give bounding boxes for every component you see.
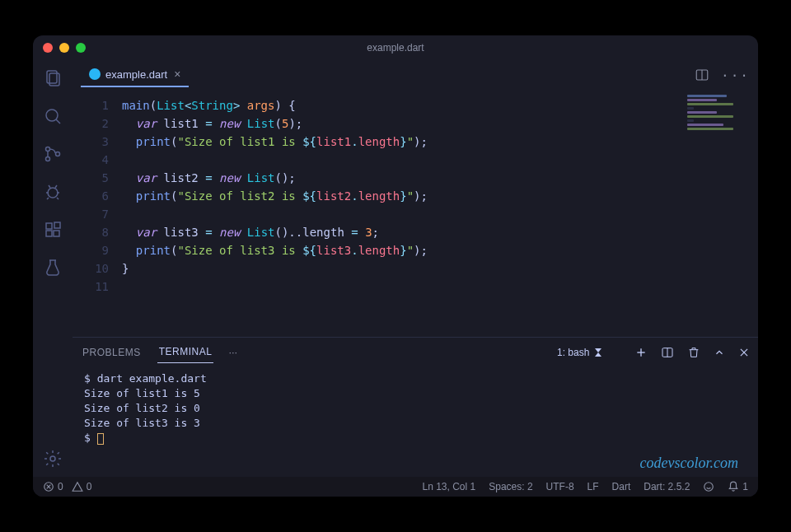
status-indentation[interactable]: Spaces: 2 [489, 481, 532, 492]
svg-point-6 [56, 152, 60, 156]
split-editor-icon[interactable] [695, 68, 709, 82]
titlebar: example.dart [33, 35, 758, 60]
split-terminal-icon[interactable] [661, 346, 674, 359]
code-editor[interactable]: 1 2 3 4 5 6 7 8 9 10 11 main(List<String… [73, 90, 758, 337]
svg-line-3 [56, 119, 60, 124]
svg-point-4 [46, 147, 50, 152]
close-panel-icon[interactable] [738, 347, 750, 358]
panel-tab-problems[interactable]: PROBLEMS [81, 342, 143, 363]
testing-icon[interactable] [43, 258, 63, 278]
tab-label: example.dart [105, 68, 167, 81]
new-terminal-icon[interactable] [634, 346, 648, 359]
status-sdk[interactable]: Dart: 2.5.2 [644, 481, 690, 492]
svg-rect-10 [54, 231, 59, 236]
status-warnings[interactable]: 0 [72, 481, 92, 492]
explorer-icon[interactable] [43, 68, 63, 88]
close-window-button[interactable] [43, 43, 53, 53]
status-encoding[interactable]: UTF-8 [546, 481, 574, 492]
window-title: example.dart [33, 42, 758, 54]
svg-point-5 [46, 157, 50, 161]
panel-more-icon[interactable]: ··· [228, 346, 237, 358]
traffic-lights [43, 43, 86, 53]
panel-tabs: PROBLEMS TERMINAL ··· 1: bash [73, 338, 758, 366]
status-notifications[interactable]: 1 [728, 481, 748, 492]
activity-bar [33, 60, 73, 477]
editor-group: example.dart × ··· 1 2 3 4 5 6 [73, 60, 758, 477]
line-gutter: 1 2 3 4 5 6 7 8 9 10 11 [73, 96, 122, 337]
panel-tab-terminal[interactable]: TERMINAL [157, 341, 214, 363]
close-tab-icon[interactable]: × [174, 68, 180, 81]
svg-point-12 [50, 456, 55, 461]
debug-icon[interactable] [43, 182, 63, 202]
status-errors[interactable]: 0 [43, 481, 63, 492]
svg-point-24 [704, 483, 714, 492]
tab-bar: example.dart × ··· [73, 60, 758, 90]
status-feedback-icon[interactable] [703, 481, 714, 492]
svg-rect-9 [46, 231, 52, 236]
settings-gear-icon[interactable] [43, 449, 63, 469]
search-icon[interactable] [43, 106, 63, 126]
svg-rect-8 [46, 223, 52, 229]
terminal-select[interactable]: 1: bash [554, 345, 605, 360]
svg-rect-11 [54, 222, 60, 228]
code-content: main(List<String> args) { var list1 = ne… [122, 96, 758, 337]
terminal-selector[interactable]: 1: bash [554, 345, 605, 360]
status-eol[interactable]: LF [587, 481, 599, 492]
more-actions-icon[interactable]: ··· [721, 68, 750, 83]
tab-example-dart[interactable]: example.dart × [81, 63, 189, 87]
dart-file-icon [89, 68, 101, 80]
svg-point-2 [46, 110, 58, 121]
source-control-icon[interactable] [43, 144, 63, 164]
watermark: codevscolor.com [640, 455, 738, 472]
status-cursor-position[interactable]: Ln 13, Col 1 [423, 481, 476, 492]
svg-point-7 [48, 188, 58, 198]
minimize-window-button[interactable] [59, 43, 69, 53]
extensions-icon[interactable] [43, 220, 63, 240]
vscode-window: example.dart [33, 35, 758, 497]
workbench: example.dart × ··· 1 2 3 4 5 6 [33, 60, 758, 477]
status-bar: 0 0 Ln 13, Col 1 Spaces: 2 UTF-8 LF Dart… [33, 477, 758, 497]
kill-terminal-icon[interactable] [687, 346, 700, 359]
maximize-panel-icon[interactable] [714, 347, 725, 358]
status-language[interactable]: Dart [612, 481, 631, 492]
zoom-window-button[interactable] [76, 43, 86, 53]
terminal-cursor [97, 433, 104, 445]
